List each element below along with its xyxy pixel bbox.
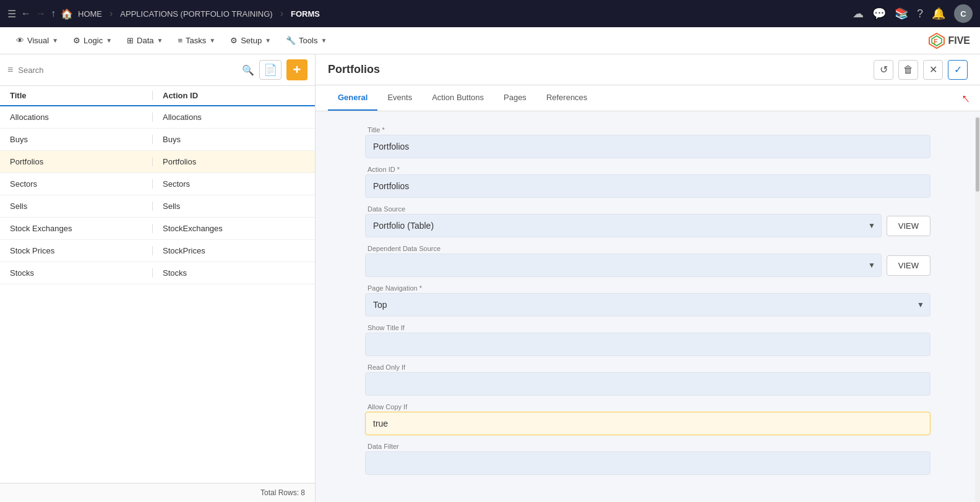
row-title: Sells: [10, 202, 152, 211]
data-filter-label: Data Filter: [365, 443, 931, 450]
table-row[interactable]: Sectors Sectors: [0, 173, 315, 195]
allow-copy-field: Allow Copy If: [365, 403, 931, 435]
toolbar-logic[interactable]: ⚙ Logic ▼: [67, 33, 118, 48]
read-only-label: Read Only If: [365, 364, 931, 371]
home-link[interactable]: HOME: [78, 9, 102, 19]
right-panel: Portfolios ↺ 🗑 ✕ ✓ ↑ General Events Acti…: [316, 54, 980, 502]
toolbar-tools[interactable]: 🔧 Tools ▼: [280, 33, 333, 48]
data-filter-field: Data Filter: [365, 443, 931, 475]
dependent-data-source-view-button[interactable]: VIEW: [887, 255, 931, 276]
page-navigation-field: Page Navigation * Top Bottom None ▼: [365, 284, 931, 317]
page-navigation-select-wrapper: Top Bottom None ▼: [365, 293, 931, 317]
left-panel-header: ≡ 🔍 📄 +: [0, 54, 315, 86]
chat-icon[interactable]: 💬: [872, 7, 886, 20]
dependent-data-source-select-wrapper: ▼: [365, 253, 882, 277]
dependent-data-source-label: Dependent Data Source: [365, 245, 931, 252]
title-label: Title *: [365, 126, 931, 134]
filter-icon: ≡: [7, 64, 13, 75]
action-id-input[interactable]: [365, 174, 931, 198]
data-source-view-button[interactable]: VIEW: [887, 216, 931, 236]
up-icon[interactable]: ↑: [51, 8, 56, 19]
document-icon[interactable]: 📄: [259, 60, 282, 80]
dependent-data-source-select[interactable]: [365, 253, 882, 277]
row-title: Buys: [10, 135, 152, 144]
delete-button[interactable]: 🗑: [898, 60, 918, 80]
menu-icon[interactable]: ☰: [7, 8, 16, 20]
action-id-label: Action ID *: [365, 166, 931, 173]
back-icon[interactable]: ←: [21, 8, 31, 19]
close-button[interactable]: ✕: [923, 60, 943, 80]
col-action-header: Action ID: [152, 91, 305, 100]
search-icon[interactable]: 🔍: [242, 64, 254, 76]
table-row[interactable]: Portfolios Portfolios: [0, 151, 315, 173]
panel-title: Portfolios: [328, 63, 874, 76]
row-action-id: Portfolios: [152, 157, 305, 166]
tab-pages[interactable]: Pages: [494, 85, 536, 111]
data-label: Data: [137, 36, 153, 45]
data-source-field: Data Source Portfolio (Table) ▼ VIEW: [365, 205, 931, 237]
row-action-id: Sells: [152, 202, 305, 211]
allow-copy-input[interactable]: [365, 412, 931, 435]
allow-copy-label: Allow Copy If: [365, 403, 931, 411]
total-rows: Total Rows: 8: [260, 488, 305, 497]
bell-icon[interactable]: 🔔: [932, 7, 945, 20]
tab-events[interactable]: Events: [377, 85, 422, 111]
table-row[interactable]: Sells Sells: [0, 195, 315, 218]
setup-caret: ▼: [265, 37, 271, 44]
data-source-select-wrapper: Portfolio (Table) ▼: [365, 214, 882, 237]
read-only-input[interactable]: [365, 372, 931, 396]
toolbar-setup[interactable]: ⚙ Setup ▼: [224, 33, 277, 48]
data-source-select[interactable]: Portfolio (Table): [365, 214, 882, 237]
search-input[interactable]: [18, 66, 237, 75]
table-row[interactable]: Stocks Stocks: [0, 262, 315, 284]
cloud-icon[interactable]: ☁: [853, 7, 864, 20]
toolbar: 👁 Visual ▼ ⚙ Logic ▼ ⊞ Data ▼ ≡ Tasks ▼ …: [0, 27, 980, 54]
tab-general[interactable]: General: [328, 85, 377, 111]
tab-action-buttons[interactable]: Action Buttons: [422, 85, 494, 111]
table-header: Title Action ID: [0, 86, 315, 106]
table-row[interactable]: Buys Buys: [0, 129, 315, 151]
title-field: Title *: [365, 126, 931, 158]
scrollbar-track[interactable]: [975, 116, 980, 502]
save-button[interactable]: ✓: [948, 60, 968, 80]
action-id-field: Action ID *: [365, 166, 931, 198]
col-title-header: Title: [10, 91, 152, 100]
toolbar-data[interactable]: ⊞ Data ▼: [121, 33, 169, 48]
data-filter-input[interactable]: [365, 451, 931, 475]
logic-icon: ⚙: [73, 36, 80, 45]
add-button[interactable]: +: [286, 59, 307, 80]
row-title: Stock Exchanges: [10, 224, 152, 233]
dependent-data-source-row: ▼ VIEW: [365, 253, 931, 277]
row-title: Portfolios: [10, 157, 152, 166]
show-title-field: Show Title If: [365, 324, 931, 356]
dependent-data-source-field: Dependent Data Source ▼ VIEW: [365, 245, 931, 277]
toolbar-tasks[interactable]: ≡ Tasks ▼: [171, 33, 221, 48]
row-title: Sectors: [10, 179, 152, 189]
revert-button[interactable]: ↺: [874, 60, 893, 80]
title-input[interactable]: [365, 135, 931, 158]
table-row[interactable]: Allocations Allocations: [0, 106, 315, 129]
visual-caret: ▼: [52, 37, 58, 44]
grid-icon: ⊞: [127, 36, 134, 45]
help-icon[interactable]: ?: [917, 7, 923, 20]
tools-label: Tools: [299, 36, 317, 45]
row-action-id: Buys: [152, 135, 305, 144]
books-icon[interactable]: 📚: [895, 7, 908, 20]
avatar[interactable]: C: [954, 4, 973, 23]
logic-caret: ▼: [106, 37, 112, 44]
forward-icon[interactable]: →: [36, 8, 46, 19]
app-link[interactable]: APPLICATIONS (PORTFOLIO TRAINING): [120, 9, 272, 19]
page-navigation-select[interactable]: Top Bottom None: [365, 293, 931, 317]
scrollbar-thumb[interactable]: [976, 117, 979, 192]
setup-label: Setup: [241, 36, 262, 45]
main-content: ≡ 🔍 📄 + Title Action ID Allocations Allo…: [0, 54, 980, 502]
tools-caret: ▼: [320, 37, 327, 44]
forms-link[interactable]: FORMS: [291, 9, 320, 19]
table-row[interactable]: Stock Prices StockPrices: [0, 240, 315, 262]
toolbar-visual[interactable]: 👁 Visual ▼: [10, 33, 64, 48]
tab-references[interactable]: References: [536, 85, 597, 111]
read-only-field: Read Only If: [365, 364, 931, 396]
table-row[interactable]: Stock Exchanges StockExchanges: [0, 218, 315, 240]
data-caret: ▼: [157, 37, 163, 44]
show-title-input[interactable]: [365, 333, 931, 356]
